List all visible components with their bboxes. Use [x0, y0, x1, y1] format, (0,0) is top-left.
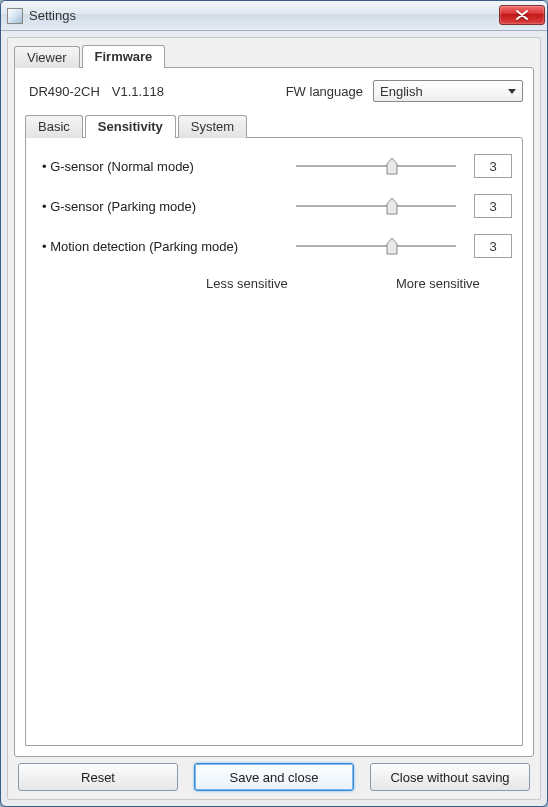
slider-thumb[interactable]: [386, 236, 398, 256]
tab-sensitivity[interactable]: Sensitivity: [85, 115, 176, 138]
slider-track: [296, 205, 456, 207]
slider-row-gsensor-normal: • G-sensor (Normal mode) 3: [36, 154, 512, 178]
slider-value: 3: [474, 154, 512, 178]
titlebar: Settings: [1, 1, 547, 31]
settings-window: Settings Viewer Firmware DR490-2CH V1.1.…: [0, 0, 548, 807]
firmware-info-row: DR490-2CH V1.1.118 FW language English: [29, 80, 523, 102]
save-and-close-button[interactable]: Save and close: [194, 763, 354, 791]
less-sensitive-label: Less sensitive: [206, 276, 356, 291]
firmware-pane: DR490-2CH V1.1.118 FW language English B…: [14, 67, 534, 757]
slider-motion-detection[interactable]: [296, 236, 456, 256]
slider-thumb[interactable]: [386, 156, 398, 176]
button-row: Reset Save and close Close without savin…: [14, 763, 534, 791]
tab-viewer[interactable]: Viewer: [14, 46, 80, 68]
slider-track: [296, 245, 456, 247]
scale-labels: Less sensitive More sensitive: [206, 276, 512, 291]
slider-gsensor-parking[interactable]: [296, 196, 456, 216]
more-sensitive-label: More sensitive: [356, 276, 512, 291]
slider-value: 3: [474, 194, 512, 218]
slider-label: • G-sensor (Normal mode): [36, 159, 296, 174]
close-without-saving-button[interactable]: Close without saving: [370, 763, 530, 791]
slider-gsensor-normal[interactable]: [296, 156, 456, 176]
tab-basic[interactable]: Basic: [25, 115, 83, 138]
fw-language-value: English: [380, 84, 423, 99]
firmware-model: DR490-2CH: [29, 84, 100, 99]
close-window-button[interactable]: [499, 5, 545, 25]
slider-row-gsensor-parking: • G-sensor (Parking mode) 3: [36, 194, 512, 218]
inner-tabs: Basic Sensitivity System: [25, 114, 523, 137]
sensitivity-pane: • G-sensor (Normal mode) 3 • G-sensor (P…: [25, 137, 523, 746]
slider-track: [296, 165, 456, 167]
window-title: Settings: [29, 8, 499, 23]
slider-value: 3: [474, 234, 512, 258]
slider-label: • G-sensor (Parking mode): [36, 199, 296, 214]
reset-button[interactable]: Reset: [18, 763, 178, 791]
content-area: Viewer Firmware DR490-2CH V1.1.118 FW la…: [7, 37, 541, 800]
fw-language-dropdown[interactable]: English: [373, 80, 523, 102]
chevron-down-icon: [508, 89, 516, 94]
slider-label: • Motion detection (Parking mode): [36, 239, 296, 254]
tab-system[interactable]: System: [178, 115, 247, 138]
close-icon: [516, 10, 528, 20]
slider-thumb[interactable]: [386, 196, 398, 216]
firmware-version: V1.1.118: [112, 84, 164, 99]
fw-language-label: FW language: [286, 84, 363, 99]
tab-firmware[interactable]: Firmware: [82, 45, 166, 68]
outer-tabs: Viewer Firmware: [14, 44, 534, 67]
slider-row-motion-detection: • Motion detection (Parking mode) 3: [36, 234, 512, 258]
app-icon: [7, 8, 23, 24]
